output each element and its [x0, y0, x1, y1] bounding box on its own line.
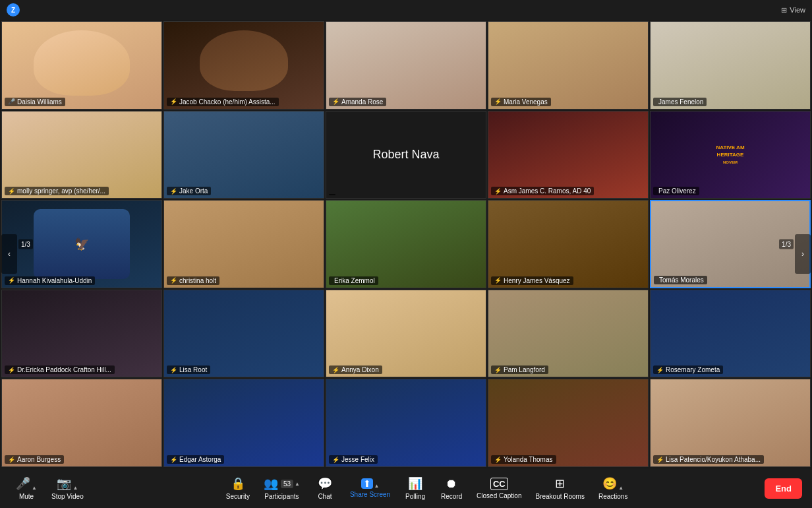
participants-button[interactable]: 👥 53 ▲ Participants — [258, 474, 305, 503]
breakout-rooms-icon: ⊞ — [555, 476, 565, 491]
polling-label: Polling — [405, 493, 425, 500]
record-label: Record — [441, 493, 462, 500]
video-button[interactable]: 📷 ▲ Stop Video — [46, 474, 89, 503]
video-tile-12[interactable]: ⚡ christina holt — [163, 200, 324, 288]
share-screen-button[interactable]: ⬆ ▲ Share Screen — [345, 476, 395, 501]
video-grid: 🎤 Daisia Williams ⚡ Jacob Chacko (he/him… — [0, 20, 812, 468]
mic-icon-3: ⚡ — [332, 98, 339, 105]
video-tile-19[interactable]: ⚡ Pam Langford — [488, 290, 649, 378]
security-label: Security — [226, 493, 250, 500]
tile-label-19: ⚡ Pam Langford — [491, 365, 548, 374]
video-tile-17[interactable]: ⚡ Lisa Root — [163, 290, 324, 378]
tile-label-13: Erika Zemmol — [329, 276, 378, 285]
page-indicator-left: 1/3 — [18, 239, 33, 249]
mic-icon-18: ⚡ — [332, 367, 339, 373]
video-tile-23[interactable]: ⚡ Jesse Felix — [326, 379, 486, 467]
video-tile-20[interactable]: ⚡ Rosemary Zometa — [650, 290, 811, 378]
tile-label-1: 🎤 Daisia Williams — [5, 98, 65, 106]
toolbar-center: 🔒 Security 👥 53 ▲ Participants 💬 Chat ⬆ … — [221, 474, 633, 503]
participants-label: Participants — [264, 493, 299, 500]
video-tile-13[interactable]: Erika Zemmol — [326, 200, 486, 288]
tile-label-2: ⚡ Jacob Chacko (he/him) Assista... — [167, 98, 279, 106]
chat-button[interactable]: 💬 Chat — [308, 474, 341, 503]
video-tile-1[interactable]: 🎤 Daisia Williams — [1, 21, 162, 110]
end-button[interactable]: End — [765, 478, 802, 499]
toolbar: 🎤 ▲ Mute 📷 ▲ Stop Video 🔒 Security 👥 53 — [0, 468, 812, 508]
nav-arrow-left[interactable]: ‹ — [1, 234, 17, 274]
toolbar-left: 🎤 ▲ Mute 📷 ▲ Stop Video — [10, 474, 89, 503]
tile-label-22: ⚡ Edgar Astorga — [167, 455, 224, 464]
tile-label-18: ⚡ Annya Dixon — [329, 365, 382, 374]
tile-label-17: ⚡ Lisa Root — [167, 365, 210, 374]
breakout-rooms-button[interactable]: ⊞ Breakout Rooms — [530, 474, 589, 503]
video-tile-18[interactable]: ⚡ Annya Dixon — [326, 290, 486, 378]
tile-label-21: ⚡ Aaron Burgess — [5, 455, 64, 464]
video-caret: ▲ — [72, 485, 78, 491]
tile-label-7: ⚡ Jake Orta — [167, 187, 211, 195]
tile-label-24: ⚡ Yolanda Thomas — [491, 455, 556, 464]
tile-label-10: Paz Oliverez — [653, 187, 699, 195]
mic-icon-24: ⚡ — [494, 457, 502, 463]
video-tile-5[interactable]: James Fenelon — [650, 21, 811, 110]
top-bar: Z ⊞ View — [0, 0, 812, 20]
breakout-rooms-label: Breakout Rooms — [535, 493, 584, 500]
video-label: Stop Video — [51, 493, 84, 500]
mic-icon-4: ⚡ — [494, 98, 502, 105]
closed-caption-label: Closed Caption — [477, 492, 521, 499]
video-tile-10[interactable]: NATIVE AMHERITAGENOVEM Paz Oliverez — [650, 111, 811, 199]
tile-label-14: ⚡ Henry James Vásquez — [491, 276, 573, 285]
video-tile-21[interactable]: ⚡ Aaron Burgess — [1, 379, 162, 467]
video-tile-7[interactable]: ⚡ Jake Orta — [163, 111, 324, 199]
participants-icon: 👥 — [264, 476, 278, 491]
mic-icon-2: ⚡ — [170, 98, 177, 105]
polling-button[interactable]: 📊 Polling — [399, 474, 432, 503]
mic-icon-11: ⚡ — [8, 277, 15, 284]
mic-icon-23: ⚡ — [332, 457, 339, 463]
share-screen-caret: ▲ — [374, 483, 380, 489]
tile-label-20: ⚡ Rosemary Zometa — [653, 365, 723, 374]
mic-icon-19: ⚡ — [494, 367, 502, 373]
video-tile-4[interactable]: ⚡ Maria Venegas — [488, 21, 649, 110]
mic-icon-9: ⚡ — [494, 188, 502, 195]
video-tile-22[interactable]: ⚡ Edgar Astorga — [163, 379, 324, 467]
video-tile-9[interactable]: ⚡ Asm James C. Ramos, AD 40 — [488, 111, 649, 199]
record-button[interactable]: ⏺ Record — [435, 474, 468, 503]
video-tile-3[interactable]: ⚡ Amanda Rose — [326, 21, 486, 110]
name-display-8: Robert Nava — [372, 148, 439, 162]
security-icon: 🔒 — [231, 476, 245, 491]
video-tile-6[interactable]: ⚡ molly springer, avp (she/her/... — [1, 111, 162, 199]
mic-icon-25: ⚡ — [656, 457, 664, 463]
mic-icon-14: ⚡ — [494, 277, 502, 284]
mic-icon-7: ⚡ — [170, 188, 177, 195]
participants-caret: ▲ — [295, 481, 300, 487]
mic-icon-1: 🎤 — [8, 98, 15, 105]
tile-label-9: ⚡ Asm James C. Ramos, AD 40 — [491, 187, 594, 195]
tile-label-16: ⚡ Dr.Ericka Paddock Crafton Hill... — [5, 365, 115, 374]
tile-label-11: ⚡ Hannah Kivalahula-Uddin — [5, 276, 95, 285]
security-button[interactable]: 🔒 Security — [221, 474, 255, 503]
video-tile-2[interactable]: ⚡ Jacob Chacko (he/him) Assista... — [163, 21, 324, 110]
video-tile-25[interactable]: ⚡ Lisa Patencio/Koyukon Athaba... — [650, 379, 811, 467]
mic-icon-20: ⚡ — [656, 367, 664, 373]
nav-arrow-right[interactable]: › — [795, 234, 811, 274]
app-logo: Z — [7, 3, 20, 16]
grid-icon: ⊞ — [781, 6, 787, 15]
video-icon: 📷 — [57, 476, 71, 491]
video-tile-24[interactable]: ⚡ Yolanda Thomas — [488, 379, 649, 467]
chat-label: Chat — [318, 493, 332, 500]
mic-icon-6: ⚡ — [8, 188, 15, 195]
video-tile-8[interactable]: Robert Nava — [326, 111, 486, 199]
view-button[interactable]: ⊞ View — [781, 6, 805, 15]
closed-caption-icon: CC — [490, 478, 508, 490]
closed-caption-button[interactable]: CC Closed Caption — [471, 475, 527, 502]
tile-label-8 — [329, 194, 335, 195]
tile-label-15: Tomás Morales — [654, 276, 707, 284]
reactions-button[interactable]: 😊 ▲ Reactions — [593, 474, 633, 503]
reactions-label: Reactions — [598, 493, 627, 500]
mute-button[interactable]: 🎤 ▲ Mute — [10, 474, 43, 503]
toolbar-right: End — [765, 478, 802, 499]
video-tile-16[interactable]: ⚡ Dr.Ericka Paddock Crafton Hill... — [1, 290, 162, 378]
tile-label-25: ⚡ Lisa Patencio/Koyukon Athaba... — [653, 455, 764, 464]
video-tile-14[interactable]: ⚡ Henry James Vásquez — [488, 200, 649, 288]
mic-icon-17: ⚡ — [170, 367, 177, 373]
